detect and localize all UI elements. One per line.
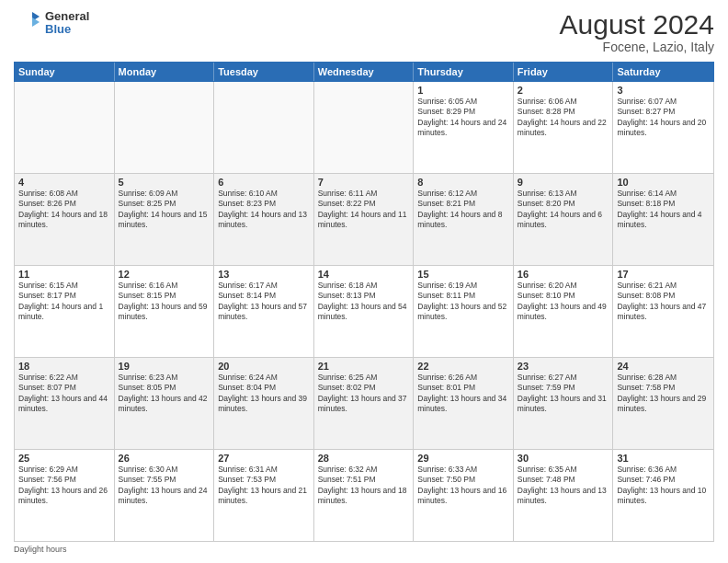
footer-note: Daylight hours: [14, 545, 714, 554]
day-number: 5: [119, 177, 210, 188]
day-cell-16: 16Sunrise: 6:20 AMSunset: 8:10 PMDayligh…: [514, 266, 614, 357]
calendar-week-3: 11Sunrise: 6:15 AMSunset: 8:17 PMDayligh…: [15, 266, 713, 358]
day-info: Sunrise: 6:07 AMSunset: 8:27 PMDaylight:…: [617, 97, 710, 139]
day-number: 3: [617, 85, 710, 96]
day-number: 8: [417, 177, 509, 188]
day-cell-27: 27Sunrise: 6:31 AMSunset: 7:53 PMDayligh…: [214, 450, 314, 541]
day-info: Sunrise: 6:28 AMSunset: 7:58 PMDaylight:…: [617, 373, 710, 415]
day-info: Sunrise: 6:17 AMSunset: 8:14 PMDaylight:…: [218, 281, 310, 323]
day-cell-6: 6Sunrise: 6:10 AMSunset: 8:23 PMDaylight…: [214, 174, 314, 265]
day-cell-2: 2Sunrise: 6:06 AMSunset: 8:28 PMDaylight…: [514, 82, 614, 173]
calendar-body: 1Sunrise: 6:05 AMSunset: 8:29 PMDaylight…: [14, 82, 714, 542]
day-cell-31: 31Sunrise: 6:36 AMSunset: 7:46 PMDayligh…: [613, 450, 713, 541]
day-info: Sunrise: 6:12 AMSunset: 8:21 PMDaylight:…: [417, 189, 509, 231]
day-number: 13: [218, 269, 310, 280]
day-info: Sunrise: 6:14 AMSunset: 8:18 PMDaylight:…: [617, 189, 710, 231]
day-info: Sunrise: 6:27 AMSunset: 7:59 PMDaylight:…: [518, 373, 609, 415]
day-cell-4: 4Sunrise: 6:08 AMSunset: 8:26 PMDaylight…: [15, 174, 115, 265]
day-number: 12: [119, 269, 210, 280]
calendar-week-2: 4Sunrise: 6:08 AMSunset: 8:26 PMDaylight…: [15, 174, 713, 266]
day-info: Sunrise: 6:11 AMSunset: 8:22 PMDaylight:…: [318, 189, 410, 231]
day-number: 26: [119, 453, 210, 464]
page: General Blue August 2024 Focene, Lazio, …: [0, 0, 728, 563]
day-header-tuesday: Tuesday: [214, 63, 314, 81]
empty-cell: [15, 82, 115, 173]
day-info: Sunrise: 6:35 AMSunset: 7:48 PMDaylight:…: [518, 465, 609, 507]
day-cell-9: 9Sunrise: 6:13 AMSunset: 8:20 PMDaylight…: [514, 174, 614, 265]
day-cell-10: 10Sunrise: 6:14 AMSunset: 8:18 PMDayligh…: [613, 174, 713, 265]
day-cell-28: 28Sunrise: 6:32 AMSunset: 7:51 PMDayligh…: [314, 450, 415, 541]
day-cell-24: 24Sunrise: 6:28 AMSunset: 7:58 PMDayligh…: [613, 358, 713, 449]
day-number: 19: [119, 361, 210, 372]
empty-cell: [214, 82, 314, 173]
calendar-header: SundayMondayTuesdayWednesdayThursdayFrid…: [14, 62, 714, 82]
day-cell-11: 11Sunrise: 6:15 AMSunset: 8:17 PMDayligh…: [15, 266, 115, 357]
day-header-wednesday: Wednesday: [314, 63, 415, 81]
day-number: 31: [617, 453, 710, 464]
logo: General Blue: [14, 9, 89, 37]
day-number: 27: [218, 453, 310, 464]
calendar-week-4: 18Sunrise: 6:22 AMSunset: 8:07 PMDayligh…: [15, 358, 713, 450]
day-cell-26: 26Sunrise: 6:30 AMSunset: 7:55 PMDayligh…: [115, 450, 215, 541]
day-number: 1: [417, 85, 509, 96]
day-cell-19: 19Sunrise: 6:23 AMSunset: 8:05 PMDayligh…: [115, 358, 215, 449]
day-number: 2: [518, 85, 609, 96]
logo-general: General: [45, 10, 89, 23]
day-info: Sunrise: 6:36 AMSunset: 7:46 PMDaylight:…: [617, 465, 710, 507]
day-info: Sunrise: 6:10 AMSunset: 8:23 PMDaylight:…: [218, 189, 310, 231]
day-cell-1: 1Sunrise: 6:05 AMSunset: 8:29 PMDaylight…: [414, 82, 514, 173]
calendar-week-1: 1Sunrise: 6:05 AMSunset: 8:29 PMDaylight…: [15, 82, 713, 174]
day-cell-18: 18Sunrise: 6:22 AMSunset: 8:07 PMDayligh…: [15, 358, 115, 449]
day-info: Sunrise: 6:21 AMSunset: 8:08 PMDaylight:…: [617, 281, 710, 323]
day-number: 23: [518, 361, 609, 372]
day-info: Sunrise: 6:33 AMSunset: 7:50 PMDaylight:…: [417, 465, 509, 507]
day-info: Sunrise: 6:05 AMSunset: 8:29 PMDaylight:…: [417, 97, 509, 139]
day-info: Sunrise: 6:24 AMSunset: 8:04 PMDaylight:…: [218, 373, 310, 415]
day-number: 6: [218, 177, 310, 188]
day-header-friday: Friday: [514, 63, 614, 81]
day-cell-7: 7Sunrise: 6:11 AMSunset: 8:22 PMDaylight…: [314, 174, 415, 265]
day-info: Sunrise: 6:19 AMSunset: 8:11 PMDaylight:…: [417, 281, 509, 323]
main-title: August 2024: [560, 9, 714, 40]
day-cell-5: 5Sunrise: 6:09 AMSunset: 8:25 PMDaylight…: [115, 174, 215, 265]
day-cell-20: 20Sunrise: 6:24 AMSunset: 8:04 PMDayligh…: [214, 358, 314, 449]
day-cell-30: 30Sunrise: 6:35 AMSunset: 7:48 PMDayligh…: [514, 450, 614, 541]
sub-title: Focene, Lazio, Italy: [560, 40, 714, 54]
empty-cell: [314, 82, 415, 173]
day-header-saturday: Saturday: [613, 63, 713, 81]
day-info: Sunrise: 6:29 AMSunset: 7:56 PMDaylight:…: [18, 465, 110, 507]
day-cell-29: 29Sunrise: 6:33 AMSunset: 7:50 PMDayligh…: [414, 450, 514, 541]
day-number: 9: [518, 177, 609, 188]
day-number: 14: [318, 269, 410, 280]
day-number: 25: [18, 453, 110, 464]
day-info: Sunrise: 6:06 AMSunset: 8:28 PMDaylight:…: [518, 97, 609, 139]
day-number: 21: [318, 361, 410, 372]
day-cell-21: 21Sunrise: 6:25 AMSunset: 8:02 PMDayligh…: [314, 358, 415, 449]
day-cell-3: 3Sunrise: 6:07 AMSunset: 8:27 PMDaylight…: [613, 82, 713, 173]
day-info: Sunrise: 6:26 AMSunset: 8:01 PMDaylight:…: [417, 373, 509, 415]
day-info: Sunrise: 6:30 AMSunset: 7:55 PMDaylight:…: [119, 465, 210, 507]
day-info: Sunrise: 6:18 AMSunset: 8:13 PMDaylight:…: [318, 281, 410, 323]
day-number: 24: [617, 361, 710, 372]
calendar-week-5: 25Sunrise: 6:29 AMSunset: 7:56 PMDayligh…: [15, 450, 713, 541]
title-block: August 2024 Focene, Lazio, Italy: [560, 9, 714, 54]
day-header-monday: Monday: [115, 63, 215, 81]
day-cell-22: 22Sunrise: 6:26 AMSunset: 8:01 PMDayligh…: [414, 358, 514, 449]
day-info: Sunrise: 6:13 AMSunset: 8:20 PMDaylight:…: [518, 189, 609, 231]
day-cell-25: 25Sunrise: 6:29 AMSunset: 7:56 PMDayligh…: [15, 450, 115, 541]
day-info: Sunrise: 6:16 AMSunset: 8:15 PMDaylight:…: [119, 281, 210, 323]
calendar: SundayMondayTuesdayWednesdayThursdayFrid…: [14, 62, 714, 542]
day-number: 16: [518, 269, 609, 280]
day-cell-13: 13Sunrise: 6:17 AMSunset: 8:14 PMDayligh…: [214, 266, 314, 357]
day-header-thursday: Thursday: [414, 63, 514, 81]
day-header-sunday: Sunday: [15, 63, 115, 81]
day-cell-8: 8Sunrise: 6:12 AMSunset: 8:21 PMDaylight…: [414, 174, 514, 265]
day-info: Sunrise: 6:22 AMSunset: 8:07 PMDaylight:…: [18, 373, 110, 415]
day-number: 30: [518, 453, 609, 464]
day-cell-17: 17Sunrise: 6:21 AMSunset: 8:08 PMDayligh…: [613, 266, 713, 357]
day-cell-23: 23Sunrise: 6:27 AMSunset: 7:59 PMDayligh…: [514, 358, 614, 449]
day-info: Sunrise: 6:09 AMSunset: 8:25 PMDaylight:…: [119, 189, 210, 231]
day-number: 17: [617, 269, 710, 280]
day-cell-15: 15Sunrise: 6:19 AMSunset: 8:11 PMDayligh…: [414, 266, 514, 357]
day-number: 20: [218, 361, 310, 372]
